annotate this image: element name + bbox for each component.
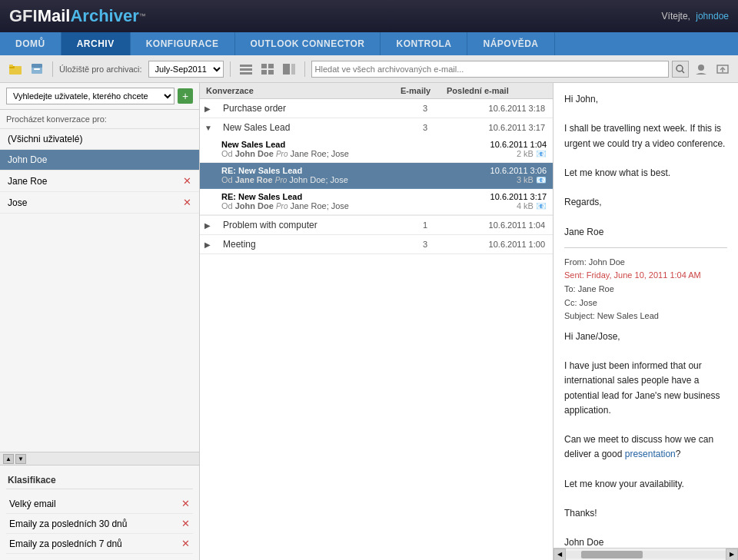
search-button[interactable] <box>672 61 689 78</box>
h-scrollbar-thumb[interactable] <box>581 551 643 558</box>
svg-rect-8 <box>240 72 252 75</box>
klasifikace-30dni-label: Emaily za posledních 30 dnů <box>9 519 127 529</box>
user-item-johndoe[interactable]: John Doe <box>0 150 199 171</box>
remove-velky-icon[interactable]: ✕ <box>181 498 190 509</box>
conv-date-meeting: 10.6.2011 1:00 <box>448 240 548 249</box>
svg-rect-14 <box>291 64 295 75</box>
toolbar-archive-icon[interactable] <box>28 60 46 78</box>
search-input[interactable] <box>311 61 669 78</box>
expand-icon-problem[interactable]: ▶ <box>204 221 223 230</box>
view-list-icon[interactable] <box>237 60 255 78</box>
table-header: Konverzace E-maily Poslední e-mail <box>200 83 553 99</box>
email-child-2[interactable]: RE: New Sales Lead 10.6.2011 3:06 Od Jan… <box>200 163 553 189</box>
tab-napoveda[interactable]: NÁPOVĚDA <box>467 32 554 55</box>
toolbar-separator-3 <box>304 61 305 77</box>
tab-outlook-connector[interactable]: OUTLOOK CONNECTOR <box>235 32 381 55</box>
conv-date-purchase: 10.6.2011 3:18 <box>448 104 548 113</box>
scroll-left-btn[interactable]: ◀ <box>554 548 566 561</box>
email-regards: Regards, <box>564 195 727 210</box>
klasifikace-item-7dni[interactable]: Emaily za posledních 7 dnů ✕ <box>6 534 193 554</box>
storage-dropdown[interactable]: July-Sep2011 <box>148 61 224 78</box>
child-date-2: 10.6.2011 3:06 <box>490 166 547 175</box>
conv-row-purchase-order[interactable]: ▶ Purchase order 3 10.6.2011 3:18 <box>200 99 553 118</box>
col-posledni: Poslední e-mail <box>447 86 547 95</box>
tab-domu[interactable]: DOMŮ <box>0 32 62 55</box>
logo-archiver: Archiver <box>70 6 138 26</box>
expand-icon-meeting[interactable]: ▶ <box>204 240 223 249</box>
sidebar-scroll-controls: ▲ ▼ <box>0 452 199 466</box>
user-name-johndoe: John Doe <box>8 154 47 165</box>
toolbar-separator-2 <box>230 61 231 77</box>
toolbar-folder-icon[interactable] <box>6 60 25 78</box>
child-date-3: 10.6.2011 3:17 <box>490 192 547 201</box>
subject-header: Subject: New Sales Lead <box>564 310 727 323</box>
scroll-down-icon[interactable]: ▼ <box>15 454 26 464</box>
user-search-dropdown[interactable]: Vyhledejte uživatele, kterého chcete <box>6 88 175 104</box>
browse-label: Procházet konverzace pro: <box>0 110 199 129</box>
conv-count-purchase: 3 <box>402 104 448 113</box>
tab-archiv[interactable]: ARCHIV <box>62 32 131 55</box>
klasifikace-item-30dni[interactable]: Emaily za posledních 30 dnů ✕ <box>6 514 193 534</box>
user-list: (Všichni uživatelé) John Doe Jane Roe ✕ … <box>0 129 199 214</box>
svg-line-16 <box>682 71 684 73</box>
expand-icon-sales[interactable]: ▼ <box>204 124 223 132</box>
main-content: Vyhledejte uživatele, kterého chcete + P… <box>0 83 738 560</box>
export-icon[interactable] <box>713 60 732 78</box>
storage-label: Úložiště pro archivaci: <box>59 65 142 74</box>
expand-icon-purchase[interactable]: ▶ <box>204 104 223 113</box>
remove-7dni-icon[interactable]: ✕ <box>181 538 190 549</box>
user-search-icon[interactable] <box>692 60 710 78</box>
email-greeting-2: Hi Jane/Jose, <box>564 330 727 344</box>
conversation-panel: Konverzace E-maily Poslední e-mail ▶ Pur… <box>200 83 554 560</box>
scroll-up-icon[interactable]: ▲ <box>3 454 14 464</box>
user-name-jane: Jane Roe <box>8 176 47 187</box>
logo: GFI Mail Archiver ™ <box>9 6 146 26</box>
conv-new-sales-lead: ▼ New Sales Lead 3 10.6.2011 3:17 New Sa… <box>200 118 553 216</box>
klasifikace-section: Klasifikace Velký email ✕ Emaily za posl… <box>0 466 199 560</box>
remove-jose-icon[interactable]: ✕ <box>183 197 191 208</box>
email-child-1[interactable]: New Sales Lead 10.6.2011 1:04 Od John Do… <box>200 137 553 163</box>
email-body-5: Let me know your availability. <box>564 477 727 492</box>
toolbar-separator-1 <box>52 61 53 77</box>
link-presentation[interactable]: presentation <box>625 449 676 459</box>
welcome-area: Vítejte, johndoe <box>662 11 729 22</box>
child-from-1: Od John Doe Pro Jane Roe; Jose <box>221 149 349 159</box>
remove-30dni-icon[interactable]: ✕ <box>181 518 190 529</box>
svg-point-15 <box>676 65 683 71</box>
view-grid-icon[interactable] <box>258 60 277 78</box>
logo-gfi: GFI <box>9 6 38 26</box>
view-preview-icon[interactable] <box>280 60 298 78</box>
user-item-janedoe[interactable]: Jane Roe ✕ <box>0 171 199 192</box>
conv-name-purchase: Purchase order <box>223 103 402 114</box>
klasifikace-7dni-label: Emaily za posledních 7 dnů <box>9 538 122 549</box>
tab-kontrola[interactable]: KONTROLA <box>381 32 467 55</box>
child-subject-2: RE: New Sales Lead <box>221 166 302 175</box>
svg-rect-12 <box>268 70 274 75</box>
conv-row-problem[interactable]: ▶ Problem with computer 1 10.6.2011 1:04 <box>200 216 553 234</box>
child-subject-3: RE: New Sales Lead <box>221 192 302 201</box>
username-link[interactable]: johndoe <box>696 11 729 22</box>
add-user-button[interactable]: + <box>178 88 193 104</box>
conv-name-sales: New Sales Lead <box>223 122 402 133</box>
nav-bar: DOMŮ ARCHIV KONFIGURACE OUTLOOK CONNECTO… <box>0 32 738 55</box>
h-scrollbar-track <box>566 551 726 558</box>
logo-mail: Mail <box>38 6 71 26</box>
user-item-jose[interactable]: Jose ✕ <box>0 192 199 214</box>
child-date-1: 10.6.2011 1:04 <box>490 140 547 149</box>
child-from-3: Od John Doe Pro Jane Roe; Jose <box>221 201 349 211</box>
svg-point-17 <box>698 65 704 71</box>
sidebar-spacer <box>0 214 199 452</box>
conv-row-new-sales-lead[interactable]: ▼ New Sales Lead 3 10.6.2011 3:17 <box>200 118 553 137</box>
email-separator <box>564 247 727 248</box>
logo-tm: ™ <box>139 12 146 20</box>
tab-konfigurace[interactable]: KONFIGURACE <box>131 32 235 55</box>
welcome-text: Vítejte, <box>662 11 690 22</box>
klasifikace-item-velky[interactable]: Velký email ✕ <box>6 494 193 514</box>
scroll-right-btn[interactable]: ▶ <box>726 548 738 561</box>
conv-count-problem: 1 <box>402 220 448 230</box>
remove-jane-icon[interactable]: ✕ <box>183 175 191 187</box>
conv-name-problem: Problem with computer <box>223 220 402 230</box>
email-child-3[interactable]: RE: New Sales Lead 10.6.2011 3:17 Od Joh… <box>200 189 553 215</box>
conv-row-meeting[interactable]: ▶ Meeting 3 10.6.2011 1:00 <box>200 235 553 253</box>
user-item-all[interactable]: (Všichni uživatelé) <box>0 129 199 150</box>
